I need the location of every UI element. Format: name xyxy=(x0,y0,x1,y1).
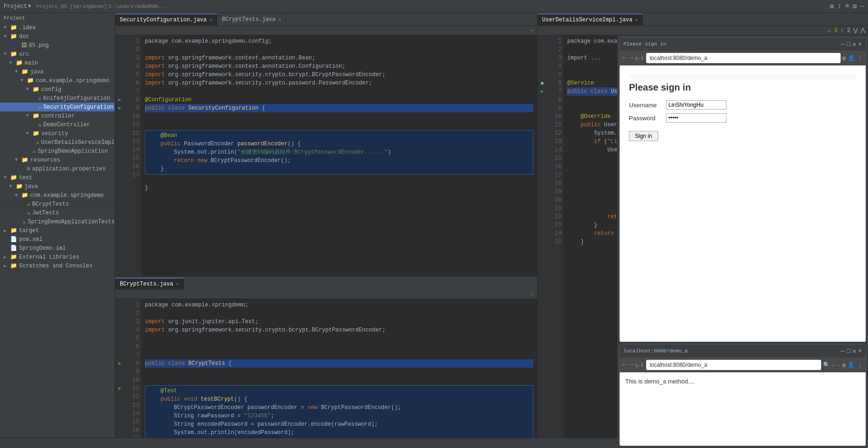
sidebar-item-userdetails[interactable]: ☕ UserDetailsServiceImpl xyxy=(0,138,115,147)
sidebar-item-idea[interactable]: ▼ 📁 .idea xyxy=(0,23,115,32)
sidebar-item-src[interactable]: ▼ 📁 src xyxy=(0,50,115,58)
browser2-minimize-icon[interactable]: — xyxy=(841,347,844,355)
browser1-close-icon[interactable]: ✕ xyxy=(852,40,856,48)
sidebar-item-label: target xyxy=(19,227,39,234)
code-content-bcrypt[interactable]: package com.example.springdemo; import o… xyxy=(141,299,537,448)
sidebar-item-label: com.example.springdemo xyxy=(30,192,104,199)
path-continuation: C:\Users\SUNxRUN... xyxy=(109,4,167,9)
project-dropdown-icon[interactable]: ▼ xyxy=(28,4,31,9)
browser2-restore-icon[interactable]: □ xyxy=(847,347,850,355)
mini-toolbar: ✓ xyxy=(115,26,537,35)
folder-icon: 📁 xyxy=(27,77,34,84)
tab-userdetails[interactable]: UserDetailsServiceImpl.java ✕ xyxy=(538,13,643,26)
java-icon: ☕ xyxy=(27,201,30,208)
browser2-reader-icon[interactable]: ▦ xyxy=(842,362,846,369)
browser2-back-icon[interactable]: ← xyxy=(622,361,627,369)
sidebar-item-java[interactable]: ▼ 📁 java xyxy=(0,67,115,76)
sidebar-item-doc[interactable]: ▼ 📁 doc xyxy=(0,32,115,41)
browser2-url-bar[interactable] xyxy=(646,360,822,370)
sidebar-item-05png[interactable]: 🖼 05.png xyxy=(0,41,115,50)
folder-icon: 📁 xyxy=(32,112,39,119)
browser1-titlebar: Please sign in — □ ✕ + xyxy=(620,38,866,51)
folder-icon: 📁 xyxy=(10,253,17,260)
tab-bcrypt-bottom[interactable]: BCryptTests.java ✕ xyxy=(115,278,184,290)
sidebar-item-pomxml[interactable]: 📄 pom.xml xyxy=(0,235,115,244)
sidebar-item-appprops[interactable]: ⚙ application.properties xyxy=(0,164,115,173)
tab-close-icon[interactable]: ✕ xyxy=(635,17,638,23)
top-icons: ⚙ ↕ ≡ ⚙ — xyxy=(830,2,864,10)
tab-close-icon[interactable]: ✕ xyxy=(278,17,281,22)
version-icon: ↕ 2 xyxy=(840,27,850,34)
sidebar-item-knife4j[interactable]: ☕ Knife4jConfiguration xyxy=(0,94,115,103)
sidebar-item-test[interactable]: ▼ 📁 test xyxy=(0,173,115,182)
password-input[interactable] xyxy=(666,113,726,123)
browser2-close-icon[interactable]: ✕ xyxy=(852,347,856,355)
browser1-restore-icon[interactable]: □ xyxy=(847,40,850,48)
sidebar-item-security-config[interactable]: ☕ SecurityConfiguration xyxy=(0,103,115,111)
minimize-icon[interactable]: — xyxy=(861,2,864,10)
sidebar-item-label: .idea xyxy=(19,25,36,31)
password-row: Password xyxy=(629,113,856,123)
sidebar-item-bcrypt[interactable]: ☕ BCryptTests xyxy=(0,200,115,208)
tab-label: BCryptTests.java xyxy=(120,281,173,287)
browser1-url-bar[interactable] xyxy=(646,53,841,63)
gear2-icon[interactable]: ⚙ xyxy=(853,2,856,10)
browser1-back-icon[interactable]: ← xyxy=(622,54,627,62)
sidebar-item-com-example2[interactable]: ▼ 📁 com.example.springdemo xyxy=(0,191,115,200)
tab-close-icon[interactable]: ✕ xyxy=(176,281,179,287)
sidebar-item-com-example[interactable]: ▼ 📁 com.example.springdemo xyxy=(0,76,115,85)
browser2-bookmark-icon[interactable]: ☆ xyxy=(837,362,841,369)
layout-icon[interactable]: ↕ xyxy=(837,2,841,10)
tab-close-icon[interactable]: ✕ xyxy=(209,17,212,23)
file-icon: 🖼 xyxy=(21,42,27,49)
browser2-menu-icon[interactable]: ⋮ xyxy=(856,361,863,369)
signin-button[interactable]: Sign in xyxy=(629,131,658,141)
browser1-add-tab-icon[interactable]: + xyxy=(858,40,862,48)
sidebar-item-testjava[interactable]: ▼ 📁 java xyxy=(0,182,115,191)
browser2-zoom-icon[interactable]: 🔍 xyxy=(823,362,830,369)
settings-icon[interactable]: ⚙ xyxy=(830,2,834,10)
expand-icon[interactable]: ⋁ xyxy=(853,27,858,34)
sidebar-item-extlibs[interactable]: ▶ 📁 External Libraries xyxy=(0,253,115,261)
security-config-editor[interactable]: ▶ ▶ 12345 678910 1112131415 1617 package… xyxy=(115,35,537,276)
browser2-add-tab-icon[interactable]: + xyxy=(858,347,862,355)
sidebar-item-main[interactable]: ▼ 📁 main xyxy=(0,58,115,67)
browser2-share-icon[interactable]: ↗ xyxy=(832,362,835,369)
expand-arrow: ▼ xyxy=(15,157,19,162)
browser2-reload-icon[interactable]: ↻ xyxy=(635,361,639,369)
tab-bcrypt[interactable]: BCryptTests.java ✕ xyxy=(217,13,286,26)
code-content-security[interactable]: package com.example.springdemo.config; i… xyxy=(141,35,537,276)
main-layout: Project ▼ 📁 .idea ▼ 📁 doc 🖼 05.png ▼ 📁 s… xyxy=(0,13,868,448)
folder-icon: 📁 xyxy=(10,33,17,40)
sidebar-item-label: application.properties xyxy=(32,166,105,172)
sidebar-item-demo-controller[interactable]: ☕ DemoController xyxy=(0,120,115,129)
sidebar-item-resources[interactable]: ▼ 📁 resources xyxy=(0,156,115,164)
password-label: Password xyxy=(629,115,666,122)
browser2-forward-icon[interactable]: → xyxy=(629,361,634,369)
sidebar-item-security-folder[interactable]: ▼ 📁 security xyxy=(0,129,115,138)
browser1-menu-icon[interactable]: ⋮ xyxy=(856,54,863,62)
sidebar-item-target[interactable]: ▶ 📁 target xyxy=(0,226,115,235)
collapse-icon[interactable]: ⋀ xyxy=(861,27,865,34)
browser1-info-icon: ℹ xyxy=(641,55,643,62)
browser2-profile-icon[interactable]: 👤 xyxy=(848,362,855,369)
sidebar-item-jwt[interactable]: ☕ JwtTests xyxy=(0,208,115,217)
sidebar-item-config[interactable]: ▼ 📁 config xyxy=(0,85,115,94)
gutter-run-col2: ▶ ▶ xyxy=(115,299,124,448)
username-input[interactable] xyxy=(666,100,726,110)
sidebar-item-scratches[interactable]: ▶ 📁 Scratches and Consoles xyxy=(0,261,115,270)
browser1-minimize-icon[interactable]: — xyxy=(841,40,844,48)
sidebar-item-springdemo-tests[interactable]: ☕ SpringDemoApplicationTests xyxy=(0,217,115,226)
browser1-content: Please sign in Username Password Sign in xyxy=(620,65,866,342)
browser1-reload-icon[interactable]: ↻ xyxy=(635,54,639,62)
browser1-profile-icon[interactable]: 👤 xyxy=(848,55,855,62)
demo-content-text: This is demo_a method.... xyxy=(625,378,695,385)
bcrypt-editor[interactable]: ▶ ▶ 12345 678910 1112131415 161718 xyxy=(115,299,537,448)
sidebar-item-springdemo-app[interactable]: ☕ SpringDemoApplication xyxy=(0,147,115,156)
browser1-reader-icon[interactable]: ▦ xyxy=(842,55,846,62)
sidebar-item-controller[interactable]: ▼ 📁 controller xyxy=(0,111,115,120)
browser1-forward-icon[interactable]: → xyxy=(629,54,634,62)
menu-icon[interactable]: ≡ xyxy=(845,2,849,10)
tab-security-config[interactable]: SecurityConfiguration.java ✕ xyxy=(115,13,217,26)
sidebar-item-springdemoxml[interactable]: 📄 SpringDemo.iml xyxy=(0,244,115,253)
